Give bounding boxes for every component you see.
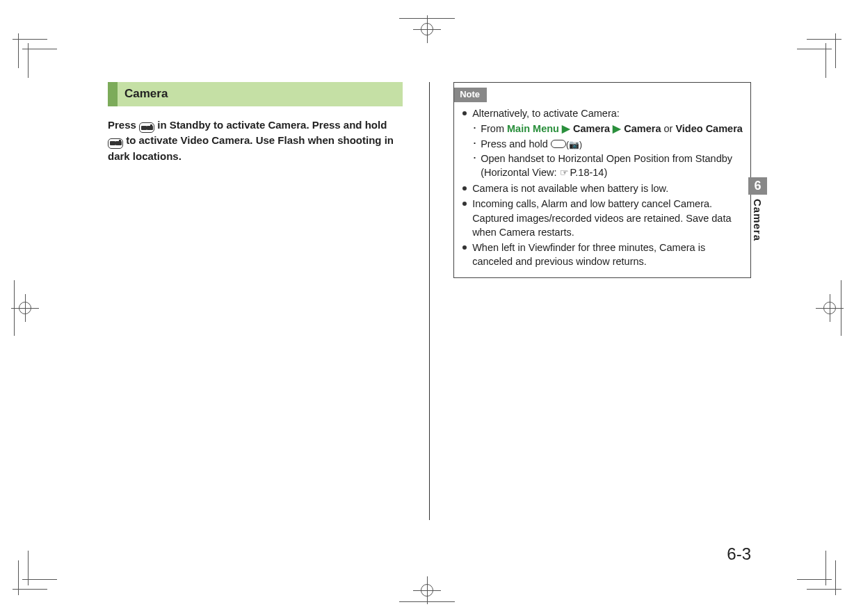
menu-item: Camera <box>573 123 610 134</box>
sub-pre: Press and hold <box>481 138 551 149</box>
right-column: Note Alternatively, to activate Camera: … <box>451 82 751 520</box>
note-item: Camera is not available when battery is … <box>461 181 743 195</box>
note-box: Note Alternatively, to activate Camera: … <box>453 82 751 278</box>
menu-item: Camera <box>624 123 661 134</box>
sub-mid: or <box>661 123 675 134</box>
cropmark-bottom-right <box>800 553 841 595</box>
camera-paren-icon: (📷) <box>566 140 582 149</box>
registration-mark-right <box>810 284 848 332</box>
intro-paragraph: Press in Standby to activate Camera. Pre… <box>108 117 403 164</box>
note-subitem: Press and hold (📷) <box>472 137 743 151</box>
intro-text-1: Press <box>108 119 139 131</box>
note-item: When left in Viewfinder for three minute… <box>461 241 743 269</box>
sub-pre: From <box>481 123 507 134</box>
note-list: Alternatively, to activate Camera: From … <box>461 106 743 269</box>
note-sublist: From Main Menu ▶ Camera ▶ Camera or Vide… <box>472 122 743 179</box>
note-item-text: When left in Viewfinder for three minute… <box>472 242 705 267</box>
note-item: Incoming calls, Alarm and low battery ca… <box>461 197 743 239</box>
section-heading: Camera <box>108 82 403 106</box>
cropmark-top-left <box>13 33 54 75</box>
heading-accent-bar <box>108 82 118 106</box>
cropmark-bottom-left <box>13 553 54 595</box>
column-divider <box>429 82 430 520</box>
reference-pointer-icon: ☞ <box>560 167 569 178</box>
camera-key-icon <box>139 122 154 133</box>
page-number: 6-3 <box>727 544 751 564</box>
left-column: Camera Press in Standby to activate Came… <box>108 82 408 520</box>
note-item: Alternatively, to activate Camera: From … <box>461 106 743 180</box>
cropmark-top-right <box>800 33 841 75</box>
note-subitem: Open handset to Horizontal Open Position… <box>472 152 743 180</box>
camera-key-icon <box>108 138 123 149</box>
side-key-icon <box>551 140 566 148</box>
breadcrumb-arrow-icon: ▶ <box>559 123 573 134</box>
note-label: Note <box>454 88 487 102</box>
note-subitem: From Main Menu ▶ Camera ▶ Camera or Vide… <box>472 122 743 136</box>
registration-mark-bottom <box>403 576 451 615</box>
menu-link: Main Menu <box>507 123 559 134</box>
intro-text-3: to activate Video Camera. Use Flash when… <box>108 134 394 162</box>
menu-item: Video Camera <box>675 123 742 134</box>
note-item-text: Incoming calls, Alarm and low battery ca… <box>472 198 731 238</box>
note-item-text: Camera is not available when battery is … <box>472 183 668 194</box>
chapter-tab: 6 Camera <box>748 177 767 241</box>
chapter-name: Camera <box>752 199 764 241</box>
page-content: Camera Press in Standby to activate Came… <box>108 82 751 520</box>
section-title: Camera <box>118 82 403 106</box>
intro-text-2: in Standby to activate Camera. Press and… <box>157 119 387 131</box>
page-reference: P.18-14) <box>570 167 608 178</box>
breadcrumb-arrow-icon: ▶ <box>610 123 624 134</box>
registration-mark-top <box>403 6 451 44</box>
registration-mark-left <box>6 284 44 332</box>
note-item-text: Alternatively, to activate Camera: <box>472 108 620 119</box>
chapter-number: 6 <box>748 177 767 195</box>
